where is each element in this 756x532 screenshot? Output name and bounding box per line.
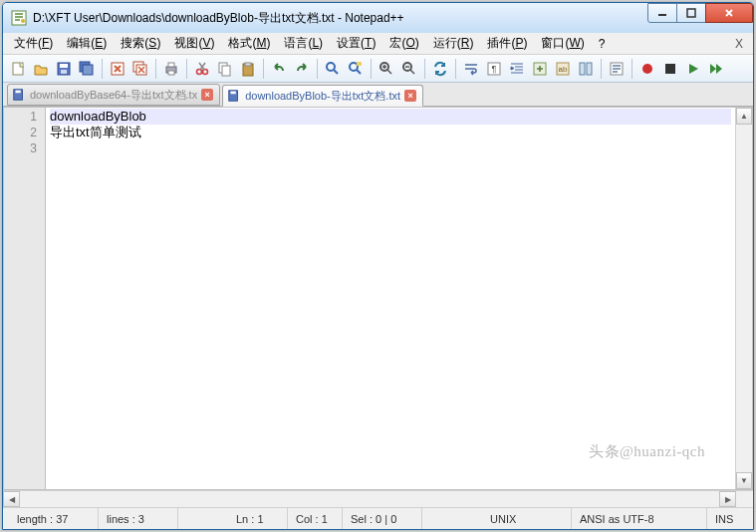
scroll-corner (736, 491, 753, 507)
replace-icon (348, 61, 364, 77)
status-lines: lines : 3 (99, 508, 178, 529)
tab-label: downloadByBase64-导出txt文档.tx (30, 88, 197, 103)
svg-point-16 (197, 69, 202, 74)
toolbar-separator (186, 59, 187, 79)
svg-rect-7 (61, 70, 67, 74)
indent-icon (509, 61, 525, 77)
toolbar-docmap-button[interactable] (575, 58, 597, 80)
maximize-button[interactable] (676, 3, 706, 23)
save-icon (56, 61, 72, 77)
scroll-down-icon[interactable]: ▼ (736, 472, 752, 489)
menu-O[interactable]: 宏(O) (382, 33, 425, 54)
toolbar-separator (371, 59, 372, 79)
tab-close-icon[interactable]: × (201, 89, 213, 101)
menu-V[interactable]: 视图(V) (167, 33, 221, 54)
sync-icon (432, 61, 448, 77)
toolbar-cut-button[interactable] (191, 58, 213, 80)
toolbar-foldlevel-button[interactable] (529, 58, 551, 80)
open-icon (33, 61, 49, 77)
vertical-scrollbar[interactable]: ▲ ▼ (735, 108, 752, 489)
menu-R[interactable]: 运行(R) (426, 33, 481, 54)
toolbar-redo-button[interactable] (291, 58, 313, 80)
status-eol: UNIX (482, 508, 572, 529)
scroll-track[interactable] (736, 125, 752, 472)
toolbar-replace-button[interactable] (345, 58, 367, 80)
editor-line[interactable]: 导出txt简单测试 (50, 125, 731, 140)
menubar-close-icon[interactable]: X (729, 37, 749, 51)
file-tab[interactable]: downloadByBase64-导出txt文档.tx× (7, 84, 220, 106)
toolbar-print-button[interactable] (160, 58, 182, 80)
toolbar-playfast-button[interactable] (705, 58, 727, 80)
toolbar-sync-button[interactable] (429, 58, 451, 80)
status-ins: INS (707, 508, 747, 529)
scroll-left-icon[interactable]: ◀ (3, 491, 20, 507)
editor-line[interactable]: downloadByBlob (50, 109, 731, 125)
minimize-button[interactable] (647, 3, 677, 23)
menu-F[interactable]: 文件(F) (7, 33, 60, 54)
menu-L[interactable]: 语言(L) (277, 33, 330, 54)
userlang-icon: ab (555, 61, 571, 77)
cut-icon (194, 61, 210, 77)
menu-W[interactable]: 窗口(W) (534, 33, 591, 54)
toolbar-userlang-button[interactable]: ab (552, 58, 574, 80)
toolbar-closefile-button[interactable] (107, 58, 128, 80)
toolbar-closeall-button[interactable] (129, 58, 151, 80)
scroll-track-h[interactable] (20, 491, 719, 507)
scroll-right-icon[interactable]: ▶ (719, 491, 736, 507)
toolbar-stop-button[interactable] (659, 58, 681, 80)
toolbar: ¶ab (3, 55, 753, 83)
playfast-icon (708, 61, 724, 77)
line-number: 2 (4, 125, 37, 140)
toolbar-separator (317, 59, 318, 79)
saveall-icon (79, 61, 95, 77)
menu-T[interactable]: 设置(T) (330, 33, 382, 54)
toolbar-showall-button[interactable]: ¶ (483, 58, 505, 80)
funclist-icon (609, 61, 625, 77)
undo-icon (271, 61, 287, 77)
toolbar-find-button[interactable] (322, 58, 344, 80)
record-icon (639, 61, 655, 77)
menu-E[interactable]: 编辑(E) (60, 33, 114, 54)
svg-rect-36 (665, 64, 675, 74)
toolbar-new-button[interactable] (7, 58, 29, 80)
toolbar-zoomin-button[interactable] (376, 58, 397, 80)
svg-rect-38 (16, 91, 21, 94)
toolbar-save-button[interactable] (53, 58, 75, 80)
horizontal-scrollbar[interactable]: ◀ ▶ (3, 490, 753, 507)
print-icon (163, 61, 179, 77)
status-ln: Ln : 1 (228, 508, 288, 529)
tab-label: downloadByBlob-导出txt文档.txt (245, 89, 400, 104)
toolbar-indent-button[interactable] (506, 58, 528, 80)
menu-M[interactable]: 格式(M) (221, 33, 277, 54)
svg-point-22 (327, 63, 335, 71)
text-editor[interactable]: downloadByBlob导出txt简单测试 头条@huanzi-qch (46, 108, 735, 489)
toolbar-open-button[interactable] (30, 58, 52, 80)
svg-point-17 (203, 69, 208, 74)
svg-rect-0 (12, 11, 26, 25)
toolbar-paste-button[interactable] (237, 58, 259, 80)
file-tab[interactable]: downloadByBlob-导出txt文档.txt× (222, 85, 423, 107)
toolbar-separator (155, 59, 156, 79)
status-encoding: ANSI as UTF-8 (572, 508, 707, 529)
titlebar[interactable]: D:\XFT User\Downloads\downloadByBlob-导出t… (3, 3, 753, 33)
svg-text:¶: ¶ (492, 64, 497, 74)
scroll-up-icon[interactable]: ▲ (736, 108, 752, 125)
svg-point-35 (642, 64, 652, 74)
toolbar-record-button[interactable] (636, 58, 658, 80)
menu-?[interactable]: ? (592, 35, 613, 53)
close-button[interactable] (705, 3, 753, 23)
toolbar-wordwrap-button[interactable] (460, 58, 482, 80)
editor-line[interactable] (50, 140, 731, 156)
toolbar-zoomout-button[interactable] (398, 58, 420, 80)
toolbar-saveall-button[interactable] (76, 58, 98, 80)
menu-S[interactable]: 搜索(S) (114, 33, 167, 54)
toolbar-copy-button[interactable] (214, 58, 236, 80)
svg-rect-19 (222, 66, 230, 76)
menu-P[interactable]: 插件(P) (480, 33, 534, 54)
closeall-icon (132, 61, 148, 77)
tab-close-icon[interactable]: × (404, 90, 416, 102)
toolbar-undo-button[interactable] (268, 58, 290, 80)
toolbar-play-button[interactable] (682, 58, 704, 80)
toolbar-funclist-button[interactable] (606, 58, 628, 80)
svg-rect-21 (245, 63, 251, 66)
